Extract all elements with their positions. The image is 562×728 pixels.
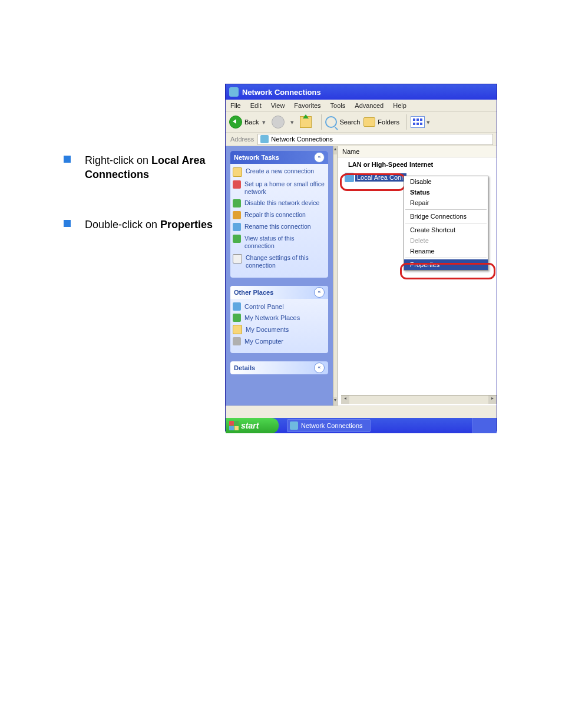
disable-device-icon	[233, 199, 241, 207]
instruction-text: Right-click on Local Area Connections	[85, 153, 217, 182]
cm-status[interactable]: Status	[404, 187, 488, 197]
taskbar-item-network-connections[interactable]: Network Connections	[287, 419, 371, 432]
column-header-name[interactable]: Name	[338, 146, 497, 157]
search-icon[interactable]	[325, 116, 337, 128]
menu-view[interactable]: View	[271, 102, 285, 109]
up-button[interactable]	[300, 116, 312, 128]
place-label: Control Panel	[244, 303, 284, 310]
task-disable-device[interactable]: Disable this network device	[233, 199, 326, 207]
folders-label[interactable]: Folders	[378, 118, 399, 126]
instruction-item: Double-click on Properties	[64, 218, 217, 232]
panel-title: Network Tasks	[234, 154, 279, 161]
collapse-icon[interactable]: «	[314, 152, 325, 163]
views-button[interactable]	[411, 116, 425, 128]
horizontal-scrollbar[interactable]: ◂ ▸	[341, 395, 497, 404]
place-control-panel[interactable]: Control Panel	[233, 302, 326, 311]
panel-title: Other Places	[234, 289, 273, 296]
taskbar: start Network Connections	[226, 418, 497, 433]
toolbar: Back ▾ ▾ Search Folders ▾	[226, 112, 497, 133]
collapse-icon[interactable]: «	[314, 287, 325, 298]
category-lan: LAN or High-Speed Internet	[338, 157, 497, 170]
windows-logo-icon	[229, 421, 239, 430]
panel-header-other-places[interactable]: Other Places «	[230, 286, 328, 299]
address-input[interactable]: Network Connections	[257, 134, 493, 145]
instr2-bold: Properties	[160, 219, 213, 230]
connection-label: Local Area Conn	[355, 173, 406, 182]
back-button[interactable]	[229, 116, 242, 129]
scroll-track[interactable]	[349, 396, 488, 404]
address-label: Address	[230, 136, 254, 143]
task-label: Rename this connection	[244, 223, 311, 230]
cm-disable[interactable]: Disable	[404, 176, 488, 187]
forward-button[interactable]	[272, 116, 285, 129]
bullet-icon	[64, 156, 71, 163]
task-label: Set up a home or small office network	[244, 180, 326, 196]
folders-icon[interactable]	[363, 117, 375, 127]
window-network-connections: Network Connections File Edit View Favor…	[225, 84, 497, 431]
menu-file[interactable]: File	[230, 102, 241, 109]
panel-header-details[interactable]: Details «	[230, 361, 328, 374]
task-view-status[interactable]: View status of this connection	[233, 235, 326, 250]
network-places-icon	[233, 314, 241, 322]
task-label: Disable this network device	[244, 199, 319, 207]
place-label: My Network Places	[244, 314, 300, 321]
computer-icon	[233, 337, 241, 345]
views-dropdown-icon[interactable]: ▾	[427, 118, 430, 126]
context-menu: Disable Status Repair Bridge Connections…	[404, 176, 488, 271]
settings-icon	[233, 254, 242, 263]
taskbar-item-label: Network Connections	[301, 422, 363, 429]
toolbar-separator	[321, 114, 322, 130]
cm-separator	[405, 258, 487, 258]
menu-help[interactable]: Help	[393, 102, 406, 109]
cm-repair[interactable]: Repair	[404, 197, 488, 208]
task-rename-connection[interactable]: Rename this connection	[233, 223, 326, 231]
task-setup-network[interactable]: Set up a home or small office network	[233, 180, 326, 196]
taskbar-item-icon	[290, 421, 298, 430]
search-label[interactable]: Search	[339, 118, 360, 126]
place-my-documents[interactable]: My Documents	[233, 325, 326, 334]
connection-local-area[interactable]: Local Area Conn	[345, 173, 406, 182]
place-label: My Documents	[246, 326, 289, 333]
titlebar[interactable]: Network Connections	[226, 84, 497, 100]
back-dropdown-icon[interactable]: ▾	[262, 118, 266, 126]
cm-separator	[405, 223, 487, 223]
instr1-prefix: Right-click on	[85, 154, 151, 166]
cm-bridge[interactable]: Bridge Connections	[404, 211, 488, 222]
expand-icon[interactable]: «	[314, 363, 325, 373]
cm-rename[interactable]: Rename	[404, 246, 488, 256]
cm-create-shortcut[interactable]: Create Shortcut	[404, 225, 488, 235]
menu-advanced[interactable]: Advanced	[355, 102, 384, 109]
vertical-scrollbar[interactable]: ▴ ▾	[333, 146, 338, 406]
bullet-icon	[64, 220, 71, 227]
cm-properties[interactable]: Properties	[404, 259, 488, 270]
repair-icon	[233, 211, 241, 219]
scroll-left-icon[interactable]: ◂	[341, 396, 349, 404]
menu-favorites[interactable]: Favorites	[294, 102, 320, 109]
status-icon	[233, 235, 241, 243]
panel-details: Details «	[230, 361, 328, 374]
place-label: My Computer	[244, 338, 283, 345]
task-repair-connection[interactable]: Repair this connection	[233, 211, 326, 219]
control-panel-icon	[233, 302, 241, 311]
task-label: Change settings of this connection	[246, 254, 326, 269]
forward-dropdown-icon[interactable]: ▾	[290, 118, 294, 126]
sidepanel: Network Tasks « Create a new connection …	[226, 146, 333, 406]
scroll-down-icon[interactable]: ▾	[333, 397, 337, 406]
place-my-computer[interactable]: My Computer	[233, 337, 326, 345]
back-label[interactable]: Back	[244, 118, 259, 126]
start-button[interactable]: start	[226, 418, 279, 433]
scroll-up-icon[interactable]: ▴	[333, 146, 337, 154]
task-label: Create a new connection	[246, 167, 314, 175]
connection-icon	[345, 173, 354, 182]
address-value: Network Connections	[271, 136, 333, 143]
menu-edit[interactable]: Edit	[250, 102, 262, 109]
menu-tools[interactable]: Tools	[330, 102, 346, 109]
task-create-new-connection[interactable]: Create a new connection	[233, 167, 326, 177]
instruction-list: Right-click on Local Area Connections Do…	[64, 153, 217, 267]
system-tray[interactable]	[472, 418, 497, 433]
scroll-right-icon[interactable]: ▸	[488, 396, 497, 404]
panel-header-network-tasks[interactable]: Network Tasks «	[230, 151, 328, 164]
task-change-settings[interactable]: Change settings of this connection	[233, 254, 326, 269]
rename-icon	[233, 223, 241, 231]
place-network-places[interactable]: My Network Places	[233, 314, 326, 322]
